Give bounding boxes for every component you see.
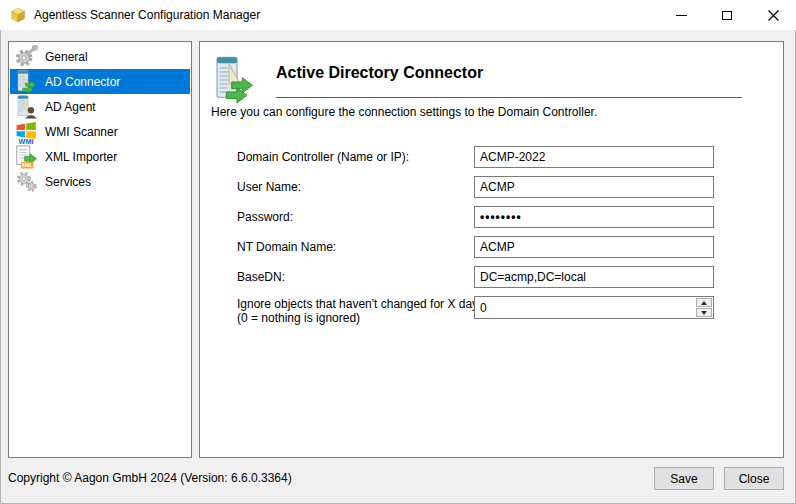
main-panel: Active Directory Connector Here you can … (199, 41, 784, 458)
sidebar-item-general[interactable]: General (10, 44, 190, 69)
sidebar-item-label: AD Agent (45, 100, 96, 114)
sidebar-item-label: General (45, 50, 88, 64)
password-input[interactable] (474, 206, 714, 228)
close-button[interactable] (750, 0, 796, 30)
domain-controller-label: Domain Controller (Name or IP): (237, 150, 409, 164)
arrow-down-icon (701, 311, 707, 315)
form-row: Domain Controller (Name or IP): (200, 146, 783, 168)
gears-icon (13, 170, 39, 194)
arrow-up-icon (701, 301, 707, 305)
gear-wrench-icon (13, 45, 39, 69)
close-icon (768, 10, 779, 21)
page-description: Here you can configure the connection se… (211, 105, 597, 119)
sidebar-item-services[interactable]: Services (10, 169, 190, 194)
form-row: Password: (200, 206, 783, 228)
window-title: Agentless Scanner Configuration Manager (34, 8, 260, 22)
svg-text:XML: XML (21, 162, 33, 168)
svg-text:WMI: WMI (19, 136, 34, 143)
basedn-input[interactable] (474, 266, 714, 288)
server-user-icon (13, 95, 39, 119)
sidebar-item-xml-importer[interactable]: XML XML Importer (10, 144, 190, 169)
sidebar-item-ad-agent[interactable]: AD Agent (10, 94, 190, 119)
spinner-down-button[interactable] (696, 308, 712, 317)
sidebar-item-wmi-scanner[interactable]: WMI WMI Scanner (10, 119, 190, 144)
nt-domain-name-input[interactable] (474, 236, 714, 258)
title-divider (276, 97, 742, 98)
app-icon (10, 7, 26, 23)
nt-domain-name-label: NT Domain Name: (237, 240, 336, 254)
window-controls (658, 0, 796, 30)
ignore-days-spinner (474, 296, 714, 319)
active-directory-connector-icon (211, 56, 255, 104)
spinner-up-button[interactable] (696, 298, 712, 307)
basedn-label: BaseDN: (237, 270, 285, 284)
user-name-label: User Name: (237, 180, 301, 194)
close-button-footer[interactable]: Close (724, 467, 784, 490)
minimize-icon (676, 15, 687, 16)
ignore-days-input[interactable] (474, 296, 714, 319)
sidebar-item-label: XML Importer (45, 150, 117, 164)
ignore-days-label: Ignore objects that haven't changed for … (237, 297, 487, 325)
save-button[interactable]: Save (654, 467, 714, 490)
titlebar: Agentless Scanner Configuration Manager (0, 0, 796, 30)
windows-wmi-icon: WMI (13, 120, 39, 144)
app-window: { "window": { "title": "Agentless Scanne… (0, 0, 796, 504)
form-row: Ignore objects that haven't changed for … (200, 296, 783, 328)
form-row: User Name: (200, 176, 783, 198)
copyright-text: Copyright © Aagon GmbH 2024 (Version: 6.… (8, 471, 292, 485)
form-row: BaseDN: (200, 266, 783, 288)
spinner-buttons (696, 298, 712, 317)
xml-import-icon: XML (13, 145, 39, 169)
user-name-input[interactable] (474, 176, 714, 198)
sidebar-item-label: WMI Scanner (45, 125, 118, 139)
form-row: NT Domain Name: (200, 236, 783, 258)
maximize-icon (722, 11, 732, 20)
sidebar-item-ad-connector[interactable]: AD Connector (10, 69, 190, 94)
minimize-button[interactable] (658, 0, 704, 30)
server-sync-icon (13, 70, 39, 94)
page-title: Active Directory Connector (276, 64, 483, 82)
sidebar-item-label: AD Connector (45, 75, 120, 89)
password-label: Password: (237, 210, 293, 224)
domain-controller-input[interactable] (474, 146, 714, 168)
sidebar-item-label: Services (45, 175, 91, 189)
maximize-button[interactable] (704, 0, 750, 30)
sidebar-nav: General AD Connector (8, 41, 192, 458)
